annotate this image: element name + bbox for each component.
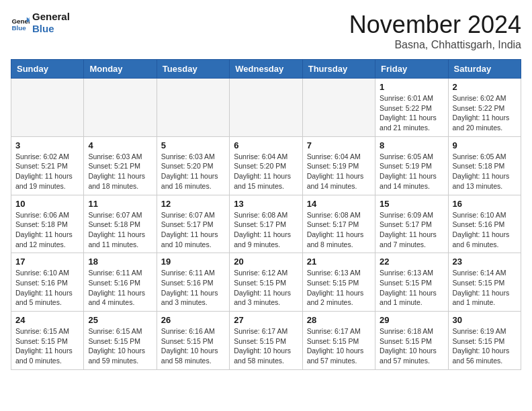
weekday-header-wednesday: Wednesday bbox=[230, 60, 302, 79]
page-header: General Blue General Blue November 2024 … bbox=[11, 11, 521, 51]
logo-icon: General Blue bbox=[11, 13, 30, 32]
calendar-week-2: 3Sunrise: 6:02 AM Sunset: 5:21 PM Daylig… bbox=[11, 136, 521, 195]
cell-info: Sunrise: 6:04 AM Sunset: 5:20 PM Dayligh… bbox=[234, 152, 298, 191]
calendar-cell: 20Sunrise: 6:12 AM Sunset: 5:15 PM Dayli… bbox=[230, 253, 302, 312]
logo: General Blue General Blue bbox=[11, 11, 70, 35]
calendar-cell bbox=[302, 79, 375, 137]
calendar-cell: 22Sunrise: 6:13 AM Sunset: 5:15 PM Dayli… bbox=[375, 253, 448, 312]
calendar-cell: 28Sunrise: 6:17 AM Sunset: 5:15 PM Dayli… bbox=[302, 312, 375, 370]
calendar-cell bbox=[230, 79, 302, 137]
cell-info: Sunrise: 6:15 AM Sunset: 5:15 PM Dayligh… bbox=[15, 326, 79, 366]
calendar-cell: 23Sunrise: 6:14 AM Sunset: 5:15 PM Dayli… bbox=[448, 253, 521, 312]
calendar-week-4: 17Sunrise: 6:10 AM Sunset: 5:16 PM Dayli… bbox=[11, 253, 521, 312]
calendar-cell: 1Sunrise: 6:01 AM Sunset: 5:22 PM Daylig… bbox=[375, 79, 448, 137]
cell-info: Sunrise: 6:02 AM Sunset: 5:21 PM Dayligh… bbox=[15, 152, 79, 191]
calendar-cell: 14Sunrise: 6:08 AM Sunset: 5:17 PM Dayli… bbox=[302, 195, 375, 253]
day-number: 16 bbox=[453, 199, 517, 209]
day-number: 3 bbox=[15, 140, 79, 150]
day-number: 27 bbox=[234, 315, 298, 325]
weekday-header-friday: Friday bbox=[375, 60, 448, 79]
day-number: 2 bbox=[453, 82, 517, 92]
calendar-cell: 3Sunrise: 6:02 AM Sunset: 5:21 PM Daylig… bbox=[11, 136, 84, 195]
cell-info: Sunrise: 6:14 AM Sunset: 5:15 PM Dayligh… bbox=[453, 268, 517, 308]
weekday-header-saturday: Saturday bbox=[448, 60, 521, 79]
day-number: 22 bbox=[380, 257, 443, 267]
calendar-cell: 19Sunrise: 6:11 AM Sunset: 5:16 PM Dayli… bbox=[157, 253, 229, 312]
day-number: 21 bbox=[307, 257, 371, 267]
calendar-cell: 15Sunrise: 6:09 AM Sunset: 5:17 PM Dayli… bbox=[375, 195, 448, 253]
cell-info: Sunrise: 6:03 AM Sunset: 5:21 PM Dayligh… bbox=[88, 152, 152, 191]
calendar-cell: 30Sunrise: 6:19 AM Sunset: 5:15 PM Dayli… bbox=[448, 312, 521, 370]
calendar-cell: 11Sunrise: 6:07 AM Sunset: 5:18 PM Dayli… bbox=[84, 195, 157, 253]
cell-info: Sunrise: 6:10 AM Sunset: 5:16 PM Dayligh… bbox=[453, 210, 517, 250]
calendar-cell: 17Sunrise: 6:10 AM Sunset: 5:16 PM Dayli… bbox=[11, 253, 84, 312]
cell-info: Sunrise: 6:07 AM Sunset: 5:18 PM Dayligh… bbox=[88, 210, 152, 250]
day-number: 15 bbox=[380, 199, 443, 209]
cell-info: Sunrise: 6:17 AM Sunset: 5:15 PM Dayligh… bbox=[307, 326, 371, 366]
day-number: 29 bbox=[380, 315, 443, 325]
day-number: 19 bbox=[161, 257, 225, 267]
calendar-week-5: 24Sunrise: 6:15 AM Sunset: 5:15 PM Dayli… bbox=[11, 312, 521, 370]
calendar-cell: 12Sunrise: 6:07 AM Sunset: 5:17 PM Dayli… bbox=[157, 195, 229, 253]
cell-info: Sunrise: 6:03 AM Sunset: 5:20 PM Dayligh… bbox=[161, 152, 225, 191]
calendar-cell: 21Sunrise: 6:13 AM Sunset: 5:15 PM Dayli… bbox=[302, 253, 375, 312]
day-number: 24 bbox=[15, 315, 79, 325]
cell-info: Sunrise: 6:05 AM Sunset: 5:18 PM Dayligh… bbox=[453, 152, 517, 191]
day-number: 6 bbox=[234, 140, 298, 150]
cell-info: Sunrise: 6:10 AM Sunset: 5:16 PM Dayligh… bbox=[15, 268, 79, 308]
calendar-cell: 5Sunrise: 6:03 AM Sunset: 5:20 PM Daylig… bbox=[157, 136, 229, 195]
day-number: 1 bbox=[380, 82, 443, 92]
day-number: 25 bbox=[88, 315, 152, 325]
calendar-header-row: SundayMondayTuesdayWednesdayThursdayFrid… bbox=[11, 60, 521, 79]
cell-info: Sunrise: 6:13 AM Sunset: 5:15 PM Dayligh… bbox=[307, 268, 371, 308]
calendar-cell: 7Sunrise: 6:04 AM Sunset: 5:19 PM Daylig… bbox=[302, 136, 375, 195]
day-number: 11 bbox=[88, 199, 152, 209]
weekday-header-thursday: Thursday bbox=[302, 60, 375, 79]
day-number: 7 bbox=[307, 140, 371, 150]
cell-info: Sunrise: 6:16 AM Sunset: 5:15 PM Dayligh… bbox=[161, 326, 225, 366]
svg-text:Blue: Blue bbox=[11, 24, 26, 32]
day-number: 13 bbox=[234, 199, 298, 209]
cell-info: Sunrise: 6:07 AM Sunset: 5:17 PM Dayligh… bbox=[161, 210, 225, 250]
cell-info: Sunrise: 6:04 AM Sunset: 5:19 PM Dayligh… bbox=[307, 152, 371, 191]
cell-info: Sunrise: 6:05 AM Sunset: 5:19 PM Dayligh… bbox=[380, 152, 443, 191]
cell-info: Sunrise: 6:11 AM Sunset: 5:16 PM Dayligh… bbox=[88, 268, 152, 308]
calendar-cell bbox=[84, 79, 157, 137]
day-number: 5 bbox=[161, 140, 225, 150]
calendar-cell: 9Sunrise: 6:05 AM Sunset: 5:18 PM Daylig… bbox=[448, 136, 521, 195]
location-title: Basna, Chhattisgarh, India bbox=[349, 39, 521, 51]
calendar-week-3: 10Sunrise: 6:06 AM Sunset: 5:18 PM Dayli… bbox=[11, 195, 521, 253]
calendar-cell: 18Sunrise: 6:11 AM Sunset: 5:16 PM Dayli… bbox=[84, 253, 157, 312]
day-number: 28 bbox=[307, 315, 371, 325]
calendar-cell: 29Sunrise: 6:18 AM Sunset: 5:15 PM Dayli… bbox=[375, 312, 448, 370]
day-number: 14 bbox=[307, 199, 371, 209]
calendar-cell bbox=[11, 79, 84, 137]
calendar-cell: 25Sunrise: 6:15 AM Sunset: 5:15 PM Dayli… bbox=[84, 312, 157, 370]
calendar-cell: 4Sunrise: 6:03 AM Sunset: 5:21 PM Daylig… bbox=[84, 136, 157, 195]
cell-info: Sunrise: 6:12 AM Sunset: 5:15 PM Dayligh… bbox=[234, 268, 298, 308]
day-number: 17 bbox=[15, 257, 79, 267]
cell-info: Sunrise: 6:08 AM Sunset: 5:17 PM Dayligh… bbox=[307, 210, 371, 250]
calendar-cell: 16Sunrise: 6:10 AM Sunset: 5:16 PM Dayli… bbox=[448, 195, 521, 253]
cell-info: Sunrise: 6:17 AM Sunset: 5:15 PM Dayligh… bbox=[234, 326, 298, 366]
calendar-cell: 2Sunrise: 6:02 AM Sunset: 5:22 PM Daylig… bbox=[448, 79, 521, 137]
cell-info: Sunrise: 6:15 AM Sunset: 5:15 PM Dayligh… bbox=[88, 326, 152, 366]
day-number: 9 bbox=[453, 140, 517, 150]
logo-text-blue: Blue bbox=[32, 23, 70, 35]
day-number: 26 bbox=[161, 315, 225, 325]
cell-info: Sunrise: 6:11 AM Sunset: 5:16 PM Dayligh… bbox=[161, 268, 225, 308]
month-title: November 2024 bbox=[349, 11, 521, 39]
day-number: 30 bbox=[453, 315, 517, 325]
calendar-cell: 10Sunrise: 6:06 AM Sunset: 5:18 PM Dayli… bbox=[11, 195, 84, 253]
weekday-header-sunday: Sunday bbox=[11, 60, 84, 79]
day-number: 4 bbox=[88, 140, 152, 150]
day-number: 23 bbox=[453, 257, 517, 267]
weekday-header-tuesday: Tuesday bbox=[157, 60, 229, 79]
calendar-cell: 27Sunrise: 6:17 AM Sunset: 5:15 PM Dayli… bbox=[230, 312, 302, 370]
cell-info: Sunrise: 6:06 AM Sunset: 5:18 PM Dayligh… bbox=[15, 210, 79, 250]
day-number: 8 bbox=[380, 140, 443, 150]
cell-info: Sunrise: 6:01 AM Sunset: 5:22 PM Dayligh… bbox=[380, 93, 443, 133]
calendar-table: SundayMondayTuesdayWednesdayThursdayFrid… bbox=[11, 59, 521, 370]
day-number: 10 bbox=[15, 199, 79, 209]
cell-info: Sunrise: 6:08 AM Sunset: 5:17 PM Dayligh… bbox=[234, 210, 298, 250]
